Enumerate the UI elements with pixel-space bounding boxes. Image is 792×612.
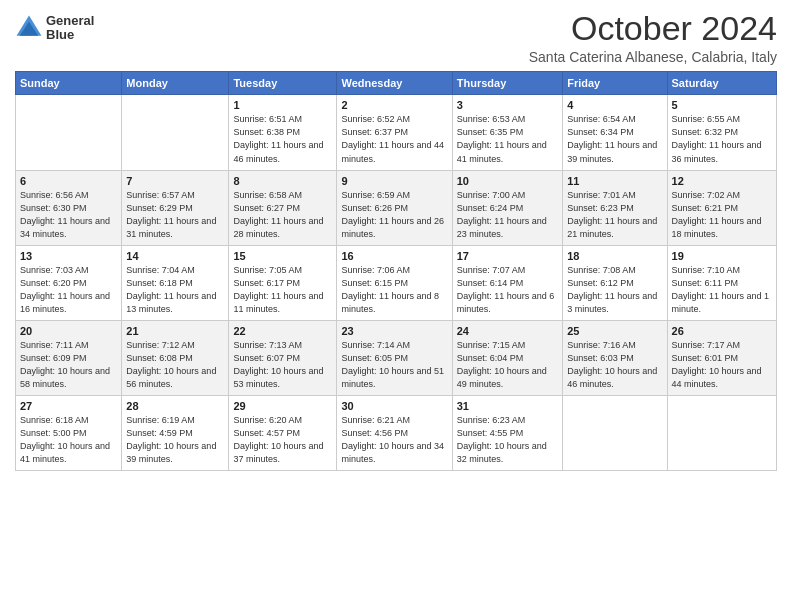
logo-text: General Blue: [46, 14, 94, 43]
table-row: [563, 396, 667, 471]
table-row: 8Sunrise: 6:58 AMSunset: 6:27 PMDaylight…: [229, 170, 337, 245]
table-row: 31Sunrise: 6:23 AMSunset: 4:55 PMDayligh…: [452, 396, 562, 471]
table-row: 27Sunrise: 6:18 AMSunset: 5:00 PMDayligh…: [16, 396, 122, 471]
col-friday: Friday: [563, 72, 667, 95]
table-row: 1Sunrise: 6:51 AMSunset: 6:38 PMDaylight…: [229, 95, 337, 170]
col-saturday: Saturday: [667, 72, 776, 95]
calendar-week-row: 1Sunrise: 6:51 AMSunset: 6:38 PMDaylight…: [16, 95, 777, 170]
table-row: 20Sunrise: 7:11 AMSunset: 6:09 PMDayligh…: [16, 320, 122, 395]
table-row: 19Sunrise: 7:10 AMSunset: 6:11 PMDayligh…: [667, 245, 776, 320]
calendar-table: Sunday Monday Tuesday Wednesday Thursday…: [15, 71, 777, 471]
table-row: 3Sunrise: 6:53 AMSunset: 6:35 PMDaylight…: [452, 95, 562, 170]
col-monday: Monday: [122, 72, 229, 95]
table-row: 28Sunrise: 6:19 AMSunset: 4:59 PMDayligh…: [122, 396, 229, 471]
table-row: 11Sunrise: 7:01 AMSunset: 6:23 PMDayligh…: [563, 170, 667, 245]
col-tuesday: Tuesday: [229, 72, 337, 95]
table-row: [667, 396, 776, 471]
table-row: 23Sunrise: 7:14 AMSunset: 6:05 PMDayligh…: [337, 320, 452, 395]
table-row: 22Sunrise: 7:13 AMSunset: 6:07 PMDayligh…: [229, 320, 337, 395]
table-row: 7Sunrise: 6:57 AMSunset: 6:29 PMDaylight…: [122, 170, 229, 245]
table-row: 26Sunrise: 7:17 AMSunset: 6:01 PMDayligh…: [667, 320, 776, 395]
table-row: 16Sunrise: 7:06 AMSunset: 6:15 PMDayligh…: [337, 245, 452, 320]
col-wednesday: Wednesday: [337, 72, 452, 95]
calendar-week-row: 6Sunrise: 6:56 AMSunset: 6:30 PMDaylight…: [16, 170, 777, 245]
logo-line1: General: [46, 14, 94, 28]
table-row: 15Sunrise: 7:05 AMSunset: 6:17 PMDayligh…: [229, 245, 337, 320]
table-row: 4Sunrise: 6:54 AMSunset: 6:34 PMDaylight…: [563, 95, 667, 170]
col-thursday: Thursday: [452, 72, 562, 95]
table-row: 25Sunrise: 7:16 AMSunset: 6:03 PMDayligh…: [563, 320, 667, 395]
table-row: 21Sunrise: 7:12 AMSunset: 6:08 PMDayligh…: [122, 320, 229, 395]
table-row: [122, 95, 229, 170]
table-row: 30Sunrise: 6:21 AMSunset: 4:56 PMDayligh…: [337, 396, 452, 471]
header: General Blue October 2024 Santa Caterina…: [15, 10, 777, 65]
table-row: 12Sunrise: 7:02 AMSunset: 6:21 PMDayligh…: [667, 170, 776, 245]
table-row: 24Sunrise: 7:15 AMSunset: 6:04 PMDayligh…: [452, 320, 562, 395]
title-block: October 2024 Santa Caterina Albanese, Ca…: [529, 10, 777, 65]
table-row: 2Sunrise: 6:52 AMSunset: 6:37 PMDaylight…: [337, 95, 452, 170]
table-row: 5Sunrise: 6:55 AMSunset: 6:32 PMDaylight…: [667, 95, 776, 170]
table-row: 18Sunrise: 7:08 AMSunset: 6:12 PMDayligh…: [563, 245, 667, 320]
logo-icon: [15, 14, 43, 42]
table-row: 10Sunrise: 7:00 AMSunset: 6:24 PMDayligh…: [452, 170, 562, 245]
month-title: October 2024: [529, 10, 777, 47]
calendar-week-row: 27Sunrise: 6:18 AMSunset: 5:00 PMDayligh…: [16, 396, 777, 471]
table-row: 13Sunrise: 7:03 AMSunset: 6:20 PMDayligh…: [16, 245, 122, 320]
logo: General Blue: [15, 14, 94, 43]
location-title: Santa Caterina Albanese, Calabria, Italy: [529, 49, 777, 65]
calendar-page: General Blue October 2024 Santa Caterina…: [0, 0, 792, 612]
table-row: 17Sunrise: 7:07 AMSunset: 6:14 PMDayligh…: [452, 245, 562, 320]
table-row: 6Sunrise: 6:56 AMSunset: 6:30 PMDaylight…: [16, 170, 122, 245]
col-sunday: Sunday: [16, 72, 122, 95]
calendar-week-row: 20Sunrise: 7:11 AMSunset: 6:09 PMDayligh…: [16, 320, 777, 395]
table-row: [16, 95, 122, 170]
calendar-week-row: 13Sunrise: 7:03 AMSunset: 6:20 PMDayligh…: [16, 245, 777, 320]
table-row: 9Sunrise: 6:59 AMSunset: 6:26 PMDaylight…: [337, 170, 452, 245]
table-row: 29Sunrise: 6:20 AMSunset: 4:57 PMDayligh…: [229, 396, 337, 471]
table-row: 14Sunrise: 7:04 AMSunset: 6:18 PMDayligh…: [122, 245, 229, 320]
logo-line2: Blue: [46, 28, 94, 42]
calendar-header-row: Sunday Monday Tuesday Wednesday Thursday…: [16, 72, 777, 95]
